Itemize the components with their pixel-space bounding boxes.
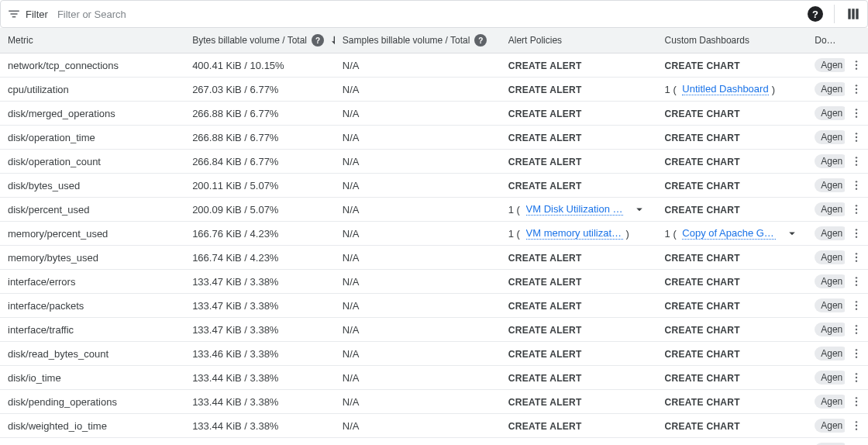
chart-create-button[interactable]: CREATE CHART [665, 133, 740, 143]
kebab-icon[interactable] [845, 299, 868, 312]
alert-create-button[interactable]: CREATE ALERT [508, 109, 582, 119]
chart-create-button[interactable]: CREATE CHART [665, 277, 740, 288]
svg-point-47 [856, 428, 857, 429]
cell-metric: interface/errors [0, 270, 184, 294]
alert-create-button[interactable]: CREATE ALERT [508, 373, 582, 384]
cell-alert: CREATE ALERT [501, 390, 657, 414]
table-row: cpu/utilization 267.03 KiB / 6.77% N/A C… [0, 78, 868, 102]
kebab-icon[interactable] [845, 203, 868, 216]
svg-point-32 [856, 308, 857, 309]
table-row: network/tcp_connections 400.41 KiB / 10.… [0, 53, 868, 78]
chart-create-button[interactable]: CREATE CHART [665, 397, 740, 408]
cell-alert: CREATE ALERT [501, 53, 657, 78]
kebab-icon[interactable] [845, 371, 868, 384]
chart-create-button[interactable]: CREATE CHART [665, 60, 740, 71]
kebab-icon[interactable] [845, 347, 868, 360]
chart-create-button[interactable]: CREATE CHART [665, 325, 740, 336]
cell-dash: CREATE CHART [657, 294, 808, 318]
cell-dash: CREATE CHART [657, 102, 808, 126]
chevron-down-icon[interactable] [785, 226, 799, 240]
kebab-icon[interactable] [845, 419, 868, 432]
cell-dash: CREATE CHART [657, 342, 808, 366]
svg-point-29 [856, 284, 857, 285]
cell-alert: CREATE ALERT [501, 366, 657, 390]
chart-create-button[interactable]: CREATE CHART [665, 373, 740, 384]
kebab-icon[interactable] [845, 179, 868, 191]
filter-input[interactable] [53, 5, 285, 23]
alert-create-button[interactable]: CREATE ALERT [508, 181, 582, 191]
col-header-samples[interactable]: Samples billable volume / Total ? [335, 28, 501, 53]
chevron-down-icon[interactable] [632, 202, 646, 216]
chart-create-button[interactable]: CREATE CHART [665, 181, 740, 191]
cell-alert: CREATE ALERT [501, 150, 657, 174]
alert-create-button[interactable]: CREATE ALERT [508, 60, 582, 71]
cell-alert: CREATE ALERT [501, 246, 657, 270]
svg-point-5 [856, 91, 857, 93]
kebab-icon[interactable] [845, 107, 868, 119]
kebab-icon[interactable] [845, 275, 868, 288]
domain-chip: Agen [815, 154, 844, 168]
table-row: disk/merged_operations 266.88 KiB / 6.77… [0, 102, 868, 126]
col-header-metric[interactable]: Metric [0, 28, 184, 53]
svg-point-41 [856, 380, 857, 381]
kebab-icon[interactable] [845, 251, 868, 264]
chart-link[interactable]: Copy of Apache GCE Over… [682, 227, 776, 240]
svg-point-26 [856, 260, 857, 261]
cell-samples: N/A [335, 270, 501, 294]
alert-link[interactable]: VM memory utilization too high [526, 227, 623, 240]
alert-create-button[interactable]: CREATE ALERT [508, 349, 582, 360]
alert-link[interactable]: VM Disk Utilization about … [526, 203, 623, 216]
svg-point-22 [856, 233, 857, 234]
help-icon[interactable]: ? [312, 34, 324, 47]
kebab-icon[interactable] [845, 395, 868, 408]
cell-domain: Agen [807, 342, 844, 366]
help-icon[interactable]: ? [808, 6, 823, 22]
sort-desc-icon [329, 34, 335, 47]
chart-create-button[interactable]: CREATE CHART [665, 205, 740, 216]
col-header-domain[interactable]: Domain [807, 28, 844, 53]
cell-alert: CREATE ALERT [501, 270, 657, 294]
chart-link-wrap: 1 ( Copy of Apache GCE Over… [665, 226, 800, 240]
chart-link[interactable]: Untitled Dashboard [682, 83, 768, 95]
chart-create-button[interactable]: CREATE CHART [665, 253, 740, 264]
cell-bytes: 133.44 KiB / 3.38% [184, 390, 335, 414]
kebab-icon[interactable] [845, 83, 868, 95]
alert-create-button[interactable]: CREATE ALERT [508, 421, 582, 432]
svg-point-13 [856, 160, 857, 162]
kebab-icon[interactable] [845, 59, 868, 71]
cell-alert: 1 ( VM memory utilization too high ) [501, 222, 657, 246]
col-header-alert[interactable]: Alert Policies [501, 28, 657, 53]
kebab-icon[interactable] [845, 227, 868, 240]
chart-create-button[interactable]: CREATE CHART [665, 421, 740, 432]
alert-create-button[interactable]: CREATE ALERT [508, 301, 582, 312]
table-row: disk/percent_used 200.09 KiB / 5.07% N/A… [0, 198, 868, 222]
alert-create-button[interactable]: CREATE ALERT [508, 133, 582, 143]
col-header-dash[interactable]: Custom Dashboards [657, 28, 808, 53]
alert-create-button[interactable]: CREATE ALERT [508, 397, 582, 408]
cell-domain: Agen [807, 438, 844, 446]
kebab-icon[interactable] [845, 155, 868, 167]
col-header-bytes[interactable]: Bytes billable volume / Total ? [184, 28, 335, 53]
chart-create-button[interactable]: CREATE CHART [665, 349, 740, 360]
chart-create-button[interactable]: CREATE CHART [665, 301, 740, 312]
alert-create-button[interactable]: CREATE ALERT [508, 277, 582, 288]
cell-domain: Agen [807, 414, 844, 438]
columns-icon[interactable] [846, 6, 861, 22]
cell-samples: N/A [335, 294, 501, 318]
chart-create-button[interactable]: CREATE CHART [665, 157, 740, 167]
cell-metric: disk/operation_count [0, 150, 184, 174]
svg-point-31 [856, 305, 857, 306]
chart-create-button[interactable]: CREATE CHART [665, 109, 740, 119]
domain-chip: Agen [815, 274, 844, 288]
kebab-icon[interactable] [845, 323, 868, 336]
alert-create-button[interactable]: CREATE ALERT [508, 325, 582, 336]
svg-point-12 [856, 157, 857, 158]
alert-create-button[interactable]: CREATE ALERT [508, 253, 582, 264]
help-icon[interactable]: ? [474, 34, 487, 47]
svg-point-35 [856, 332, 857, 333]
cell-domain: Agen [807, 318, 844, 342]
kebab-icon[interactable] [845, 131, 868, 143]
alert-create-button[interactable]: CREATE ALERT [508, 85, 582, 95]
alert-create-button[interactable]: CREATE ALERT [508, 157, 582, 167]
cell-bytes: 133.46 KiB / 3.38% [184, 342, 335, 366]
